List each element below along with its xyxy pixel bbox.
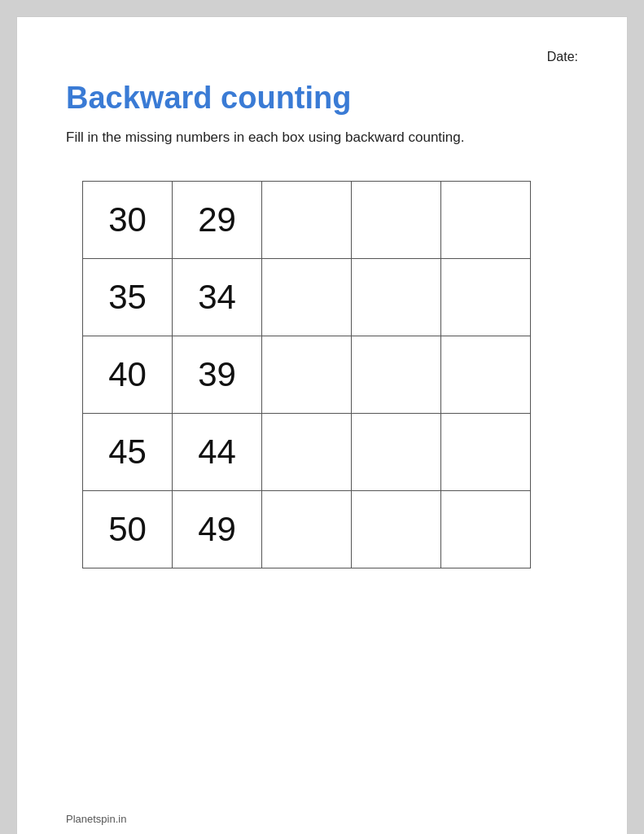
table-cell-r3-c3[interactable] bbox=[262, 336, 352, 413]
table-cell-r3-c4[interactable] bbox=[352, 336, 441, 413]
table-cell-r1-c2: 29 bbox=[173, 181, 262, 258]
page-title: Backward counting bbox=[66, 81, 578, 116]
footer-text: Planetspin.in bbox=[66, 813, 126, 825]
table-cell-r3-c5[interactable] bbox=[441, 336, 531, 413]
table-cell-r1-c5[interactable] bbox=[441, 181, 531, 258]
table-cell-r3-c1: 40 bbox=[83, 336, 173, 413]
table-cell-r5-c5[interactable] bbox=[441, 490, 531, 568]
table-cell-r5-c1: 50 bbox=[83, 490, 173, 568]
table-cell-r2-c3[interactable] bbox=[262, 258, 352, 336]
table-cell-r1-c3[interactable] bbox=[262, 181, 352, 258]
table-cell-r1-c1: 30 bbox=[83, 181, 173, 258]
table-cell-r4-c2: 44 bbox=[173, 413, 262, 490]
table-cell-r4-c3[interactable] bbox=[262, 413, 352, 490]
counting-table: 30293534403945445049 bbox=[82, 181, 531, 568]
table-cell-r3-c2: 39 bbox=[173, 336, 262, 413]
table-cell-r1-c4[interactable] bbox=[352, 181, 441, 258]
table-cell-r4-c1: 45 bbox=[83, 413, 173, 490]
table-cell-r4-c5[interactable] bbox=[441, 413, 531, 490]
table-cell-r4-c4[interactable] bbox=[352, 413, 441, 490]
table-cell-r2-c5[interactable] bbox=[441, 258, 531, 336]
table-cell-r2-c4[interactable] bbox=[352, 258, 441, 336]
table-cell-r5-c2: 49 bbox=[173, 490, 262, 568]
date-label: Date: bbox=[66, 50, 578, 64]
table-cell-r2-c1: 35 bbox=[83, 258, 173, 336]
instructions-text: Fill in the missing numbers in each box … bbox=[66, 127, 489, 148]
date-text: Date: bbox=[547, 50, 578, 64]
worksheet-page: Date: Backward counting Fill in the miss… bbox=[16, 16, 628, 834]
table-cell-r5-c3[interactable] bbox=[262, 490, 352, 568]
table-cell-r2-c2: 34 bbox=[173, 258, 262, 336]
table-cell-r5-c4[interactable] bbox=[352, 490, 441, 568]
